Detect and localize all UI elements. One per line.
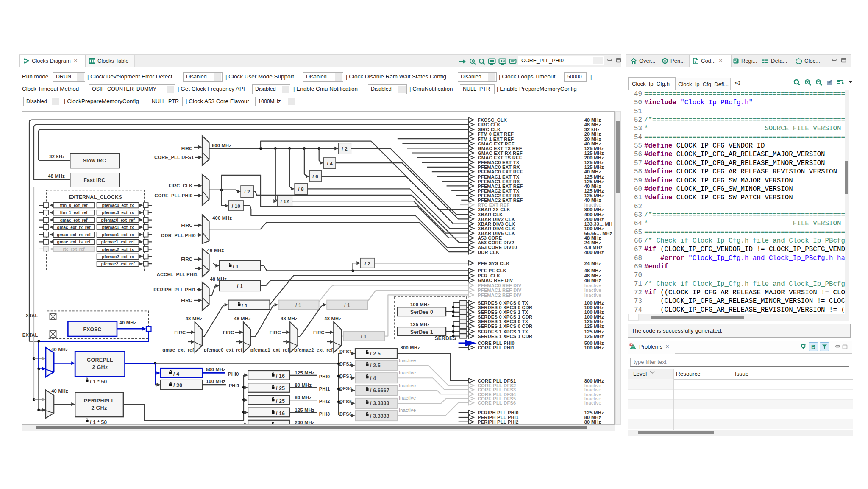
svg-text:FIRC: FIRC [181, 146, 193, 151]
svg-text:PHI1: PHI1 [319, 386, 330, 391]
svg-text:PHI1: PHI1 [229, 383, 240, 388]
svg-text:200 MHz: 200 MHz [584, 217, 604, 222]
svg-text:XBAR DIV2 CLK: XBAR DIV2 CLK [478, 217, 515, 222]
svg-text:/ 1: / 1 [237, 283, 243, 289]
svg-text:SERDES 1 XPCS 1 CDR: SERDES 1 XPCS 1 CDR [478, 334, 532, 339]
svg-text:gmac_ext_tx_ref: gmac_ext_tx_ref [57, 225, 91, 230]
svg-text:/ 2: / 2 [342, 146, 348, 151]
svg-text:DFS4: DFS4 [339, 386, 352, 391]
svg-text:80 MHz: 80 MHz [295, 383, 312, 388]
svg-text:CORE_PLL DFS1: CORE_PLL DFS1 [154, 155, 194, 160]
svg-text:pfemac0_ext_tx: pfemac0_ext_tx [102, 203, 134, 208]
svg-text:SERDES 1 XPCS 0 CDR: SERDES 1 XPCS 0 CDR [478, 324, 532, 329]
svg-text:48 MHz: 48 MHz [584, 278, 601, 283]
svg-text:PFEMAC2 REF DIV: PFEMAC2 REF DIV [478, 293, 522, 298]
svg-text:/ 2.5: / 2.5 [370, 363, 381, 369]
svg-text:80 MHz: 80 MHz [584, 419, 601, 425]
svg-text:Inactive: Inactive [584, 283, 601, 288]
svg-text:FIRC: FIRC [181, 257, 192, 262]
svg-text:200 MHz: 200 MHz [295, 420, 314, 425]
svg-text:Inactive: Inactive [584, 288, 601, 293]
svg-text:gmac_ext_ref: gmac_ext_ref [162, 347, 194, 352]
svg-text:48 MHz: 48 MHz [324, 316, 341, 321]
svg-text:FIRC: FIRC [223, 330, 234, 335]
svg-text:pfemac2_ext_tx: pfemac2_ext_tx [102, 247, 134, 252]
svg-text:Inactive: Inactive [399, 395, 416, 400]
svg-text:20 MHz: 20 MHz [584, 131, 601, 137]
svg-text:PERIPH PLL PHI0: PERIPH PLL PHI0 [478, 410, 519, 415]
svg-text:CORE_PLL PHI0: CORE_PLL PHI0 [155, 193, 193, 198]
svg-text:/ 20: / 20 [173, 383, 182, 388]
svg-text:2 GHz: 2 GHz [92, 405, 107, 411]
svg-text:125 MHz: 125 MHz [295, 370, 314, 375]
svg-text:SERDES 1 XPCS 1 TX: SERDES 1 XPCS 1 TX [478, 329, 528, 334]
svg-text:FIRC: FIRC [270, 330, 281, 335]
svg-text:/ 4: / 4 [173, 371, 179, 377]
svg-text:PFEMAC1 EXT REF: PFEMAC1 EXT REF [478, 184, 523, 189]
svg-text:FIRC: FIRC [313, 330, 325, 335]
svg-text:PFEMAC0 REF DIV: PFEMAC0 REF DIV [478, 283, 522, 288]
svg-text:100 MHz: 100 MHz [584, 300, 604, 305]
svg-text:/ 1: / 1 [361, 334, 367, 340]
svg-text:gmac_ext_ts_ref: gmac_ext_ts_ref [57, 240, 91, 244]
svg-text:/ 12: / 12 [281, 199, 289, 204]
svg-text:pfemac2_ext_rx: pfemac2_ext_rx [102, 254, 134, 259]
svg-text:FIRC: FIRC [181, 223, 193, 228]
svg-text:/ 25: / 25 [276, 386, 285, 391]
svg-text:2 GHz: 2 GHz [92, 364, 108, 370]
svg-text:pfemac0_ext_ref: pfemac0_ext_ref [204, 347, 242, 352]
svg-text:/ 1 * 50: / 1 * 50 [90, 419, 107, 425]
svg-text:125 MHz: 125 MHz [295, 408, 314, 413]
svg-text:pfemac0_ext_ref: pfemac0_ext_ref [101, 218, 135, 223]
svg-text:PER_CLK: PER_CLK [478, 273, 500, 278]
svg-text:/ 4: / 4 [370, 375, 376, 381]
svg-text:CORE PLL DFS1: CORE PLL DFS1 [478, 378, 516, 383]
svg-text:24 MHz: 24 MHz [584, 261, 601, 266]
svg-text:PHI3: PHI3 [319, 411, 330, 416]
svg-text:400 MHz: 400 MHz [212, 215, 232, 221]
svg-text:PHI0: PHI0 [319, 374, 330, 379]
svg-text:32 kHz: 32 kHz [49, 154, 65, 159]
svg-text:FIRC: FIRC [181, 298, 192, 303]
svg-text:Inactive: Inactive [584, 400, 601, 405]
svg-text:DDR CLK: DDR CLK [478, 250, 500, 255]
svg-text:pfemac1_ext_tx: pfemac1_ext_tx [102, 225, 134, 230]
svg-text:/ 8: / 8 [298, 187, 304, 192]
svg-text:/ 1: / 1 [242, 303, 248, 309]
svg-text:FIRC: FIRC [174, 330, 186, 335]
svg-text:gmac_ext_rx_ref: gmac_ext_rx_ref [57, 232, 91, 237]
svg-text:PFEMAC0 EXT RX: PFEMAC0 EXT RX [478, 165, 520, 170]
svg-text:48 MHz: 48 MHz [207, 248, 224, 253]
svg-text:/ 6.6667: / 6.6667 [370, 388, 389, 394]
svg-text:pfemac2_ext_ref: pfemac2_ext_ref [101, 262, 135, 266]
svg-text:/ 4: / 4 [327, 161, 333, 166]
svg-text:PHI2: PHI2 [319, 399, 330, 404]
svg-text:40 MHz: 40 MHz [51, 388, 68, 394]
svg-text:pfemac1_ext_ref: pfemac1_ext_ref [101, 240, 135, 244]
svg-text:/ 6: / 6 [312, 174, 318, 179]
svg-text:XTAL: XTAL [25, 313, 38, 318]
svg-text:PHI0: PHI0 [228, 372, 239, 377]
svg-text:PFEMAC1 REF DIV: PFEMAC1 REF DIV [478, 288, 522, 293]
svg-text:ftm_1_ext_ref: ftm_1_ext_ref [60, 210, 88, 215]
svg-text:800 MHz: 800 MHz [584, 378, 604, 383]
svg-text:GMAC REF DIV: GMAC REF DIV [478, 278, 513, 283]
svg-text:48 MHz: 48 MHz [234, 316, 251, 321]
svg-text:ftm_0_ext_ref: ftm_0_ext_ref [60, 203, 88, 208]
svg-text:125 MHz: 125 MHz [584, 334, 604, 339]
svg-text:DFS1: DFS1 [339, 349, 352, 354]
svg-text:48 MHz: 48 MHz [584, 273, 601, 278]
svg-text:EXTERNAL_CLOCKS: EXTERNAL_CLOCKS [69, 194, 122, 200]
svg-text:48 MHz: 48 MHz [584, 268, 601, 273]
svg-text:DFS2: DFS2 [339, 361, 352, 366]
svg-text:pfemac2_ext_ref: pfemac2_ext_ref [294, 347, 333, 352]
svg-text:125 MHz: 125 MHz [584, 151, 604, 156]
svg-text:/ 25: / 25 [276, 398, 285, 404]
svg-text:FIRC_CLK: FIRC_CLK [169, 183, 193, 188]
svg-text:48 MHz: 48 MHz [281, 316, 298, 321]
svg-text:100 MHz: 100 MHz [410, 302, 430, 307]
svg-text:40 MHz: 40 MHz [120, 320, 136, 325]
svg-text:48 MHz: 48 MHz [186, 316, 203, 321]
svg-text:gmac_ext_ref: gmac_ext_ref [60, 218, 88, 223]
svg-text:DFS5: DFS5 [339, 399, 352, 404]
